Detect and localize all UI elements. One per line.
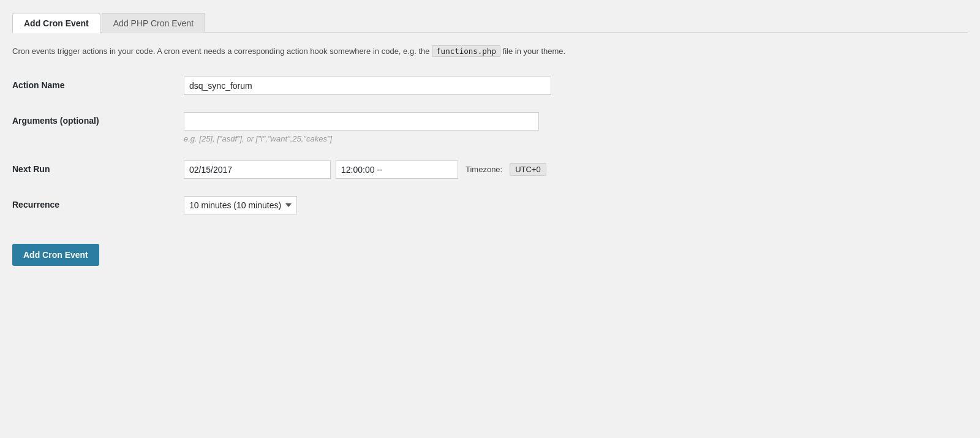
form-container: Cron events trigger actions in your code… <box>12 33 968 284</box>
recurrence-row: Recurrence 10 minutes (10 minutes) 15 mi… <box>12 196 968 214</box>
action-name-label: Action Name <box>12 77 184 90</box>
tab-add-php-cron[interactable]: Add PHP Cron Event <box>102 13 205 33</box>
tab-add-cron[interactable]: Add Cron Event <box>12 13 100 33</box>
arguments-row: Arguments (optional) e.g. [25], ["asdf"]… <box>12 112 968 143</box>
action-name-field <box>184 77 662 95</box>
next-run-date-input[interactable] <box>184 160 331 179</box>
arguments-hint: e.g. [25], ["asdf"], or ["i","want",25,"… <box>184 134 662 143</box>
functions-php-code: functions.php <box>432 45 500 57</box>
recurrence-label: Recurrence <box>12 196 184 210</box>
action-name-input[interactable] <box>184 77 551 95</box>
tabs-container: Add Cron Event Add PHP Cron Event <box>12 12 968 33</box>
add-cron-event-button[interactable]: Add Cron Event <box>12 244 99 266</box>
next-run-time-input[interactable] <box>336 160 458 179</box>
arguments-label: Arguments (optional) <box>12 112 184 126</box>
timezone-label: Timezone: <box>466 165 502 174</box>
action-name-row: Action Name <box>12 77 968 95</box>
timezone-badge: UTC+0 <box>510 163 546 176</box>
tabs-header: Add Cron Event Add PHP Cron Event <box>12 12 968 33</box>
description-before: Cron events trigger actions in your code… <box>12 47 432 56</box>
next-run-fields: Timezone: UTC+0 <box>184 160 662 179</box>
arguments-field: e.g. [25], ["asdf"], or ["i","want",25,"… <box>184 112 662 143</box>
next-run-label: Next Run <box>12 160 184 174</box>
recurrence-select[interactable]: 10 minutes (10 minutes) 15 minutes (15 m… <box>184 196 297 214</box>
description-text: Cron events trigger actions in your code… <box>12 45 968 58</box>
arguments-input[interactable] <box>184 112 539 130</box>
next-run-row: Next Run Timezone: UTC+0 <box>12 160 968 179</box>
recurrence-field: 10 minutes (10 minutes) 15 minutes (15 m… <box>184 196 662 214</box>
next-run-field: Timezone: UTC+0 <box>184 160 662 179</box>
description-after: file in your theme. <box>500 47 565 56</box>
